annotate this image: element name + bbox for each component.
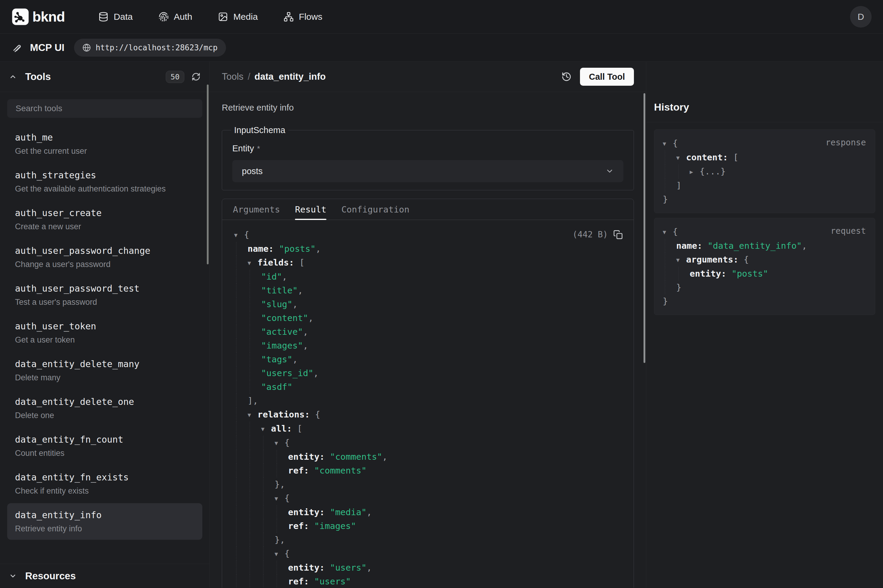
json-line: ▶{...} bbox=[663, 165, 867, 178]
history-json-tree: ▼{▼content: [▶{...}]} bbox=[663, 136, 867, 206]
history-title: History bbox=[646, 62, 883, 122]
mcp-header: MCP UI http://localhost:28623/mcp bbox=[0, 34, 883, 62]
tool-name: auth_strategies bbox=[15, 170, 195, 182]
json-toggle-icon[interactable]: ▼ bbox=[663, 136, 673, 150]
json-line: ▼arguments: { bbox=[663, 253, 867, 267]
json-line: }, bbox=[228, 533, 623, 547]
tool-description: Delete many bbox=[15, 372, 195, 383]
json-line: ▼content: [ bbox=[663, 150, 867, 165]
header-actions: Call Tool bbox=[561, 68, 634, 86]
tab-configuration[interactable]: Configuration bbox=[342, 199, 409, 220]
tool-summary: Retrieve entity info bbox=[222, 103, 634, 112]
refresh-icon[interactable] bbox=[192, 72, 201, 81]
tool-list: auth_meGet the current userauth_strategi… bbox=[7, 126, 202, 540]
database-icon bbox=[98, 12, 108, 22]
tool-name: auth_me bbox=[15, 132, 195, 144]
json-line: ▼{ bbox=[228, 491, 623, 505]
required-mark: * bbox=[257, 144, 260, 153]
nav-label: Flows bbox=[299, 12, 322, 22]
json-line: ▼{ bbox=[228, 228, 623, 242]
tool-list-item[interactable]: auth_meGet the current user bbox=[7, 126, 202, 162]
tool-list-item[interactable]: auth_user_password_testTest a user's pas… bbox=[7, 277, 202, 313]
content-layout: Tools 50 auth_meGet the current userauth… bbox=[0, 62, 883, 588]
history-panel: History response▼{▼content: [▶{...}]}req… bbox=[646, 62, 883, 588]
json-line: ▼{ bbox=[663, 225, 867, 239]
tool-list-item[interactable]: data_entity_fn_existsCheck if entity exi… bbox=[7, 465, 202, 502]
json-line: "images", bbox=[228, 339, 623, 352]
tool-description: Change a user's password bbox=[15, 259, 195, 269]
main-scrollbar[interactable] bbox=[643, 93, 645, 363]
json-toggle-icon[interactable]: ▼ bbox=[676, 253, 686, 267]
nav-label: Data bbox=[114, 12, 132, 22]
tool-list-item[interactable]: data_entity_infoRetrieve entity info bbox=[7, 503, 202, 540]
globe-icon bbox=[82, 44, 91, 52]
search-input[interactable] bbox=[7, 99, 202, 118]
nav-item-media[interactable]: Media bbox=[218, 12, 258, 22]
nav-item-data[interactable]: Data bbox=[98, 12, 132, 22]
sidebar-scrollbar[interactable] bbox=[207, 84, 208, 264]
tools-sidebar: Tools 50 auth_meGet the current userauth… bbox=[0, 62, 210, 588]
input-schema-legend: InputSchema bbox=[231, 125, 288, 135]
tab-arguments[interactable]: Arguments bbox=[233, 199, 280, 220]
resources-section-header[interactable]: Resources bbox=[0, 564, 210, 588]
json-toggle-icon[interactable]: ▼ bbox=[676, 151, 686, 165]
tool-name: data_entity_delete_many bbox=[15, 358, 195, 370]
history-icon[interactable] bbox=[561, 72, 571, 82]
tool-detail-header: Tools/data_entity_info Call Tool bbox=[210, 62, 646, 92]
tool-list-item[interactable]: auth_user_tokenGet a user token bbox=[7, 314, 202, 351]
breadcrumb-section[interactable]: Tools bbox=[222, 71, 243, 82]
tool-list-item[interactable]: data_entity_delete_manyDelete many bbox=[7, 352, 202, 389]
brand[interactable]: bknd bbox=[11, 8, 65, 26]
json-toggle-icon[interactable]: ▶ bbox=[690, 165, 700, 178]
breadcrumb: Tools/data_entity_info bbox=[222, 71, 326, 82]
tool-description: Test a user's password bbox=[15, 297, 195, 307]
tool-list-item[interactable]: data_entity_fn_countCount entities bbox=[7, 428, 202, 464]
tools-section-header[interactable]: Tools 50 bbox=[0, 62, 210, 92]
json-toggle-icon[interactable]: ▼ bbox=[274, 547, 285, 561]
mcp-logo-icon bbox=[12, 42, 23, 53]
history-entry-request[interactable]: request▼{name: "data_entity_info",▼argum… bbox=[654, 218, 875, 315]
tool-list-item[interactable]: auth_user_createCreate a new user bbox=[7, 201, 202, 238]
tool-list-item[interactable]: data_entity_delete_oneDelete one bbox=[7, 390, 202, 426]
tool-description: Get the current user bbox=[15, 146, 195, 156]
json-line: ▼relations: { bbox=[228, 408, 623, 422]
json-line: entity: "comments", bbox=[228, 450, 623, 464]
json-toggle-icon[interactable]: ▼ bbox=[663, 225, 673, 239]
json-toggle-icon[interactable]: ▼ bbox=[247, 408, 258, 422]
nav-item-auth[interactable]: Auth bbox=[159, 12, 192, 22]
json-toggle-icon[interactable]: ▼ bbox=[274, 492, 285, 505]
json-line: ], bbox=[228, 394, 623, 408]
json-toggle-icon[interactable]: ▼ bbox=[274, 436, 285, 450]
tab-result[interactable]: Result bbox=[295, 199, 327, 220]
json-toggle-icon[interactable]: ▼ bbox=[261, 422, 271, 436]
chevron-down-icon bbox=[9, 572, 17, 580]
call-tool-button[interactable]: Call Tool bbox=[580, 68, 634, 86]
tool-description: Get a user token bbox=[15, 335, 195, 345]
json-line: "content", bbox=[228, 311, 623, 325]
json-line: } bbox=[663, 294, 867, 308]
json-toggle-icon[interactable]: ▼ bbox=[247, 256, 258, 270]
nav-item-flows[interactable]: Flows bbox=[283, 12, 322, 22]
chevron-up-icon bbox=[9, 73, 17, 81]
tool-list-item[interactable]: auth_user_password_changeChange a user's… bbox=[7, 239, 202, 275]
json-line: ] bbox=[663, 178, 867, 192]
user-avatar[interactable]: D bbox=[850, 6, 872, 28]
json-line: ▼{ bbox=[228, 547, 623, 561]
breadcrumb-separator: / bbox=[247, 71, 250, 82]
tool-detail-body: Retrieve entity info InputSchema Entity*… bbox=[210, 92, 646, 588]
json-line: }, bbox=[228, 477, 623, 491]
history-entry-response[interactable]: response▼{▼content: [▶{...}]} bbox=[654, 129, 875, 213]
json-line: entity: "posts" bbox=[663, 267, 867, 280]
json-toggle-icon[interactable]: ▼ bbox=[234, 228, 244, 242]
tool-list-item[interactable]: auth_strategiesGet the available authent… bbox=[7, 164, 202, 200]
entity-select[interactable]: posts bbox=[232, 160, 624, 182]
mcp-url: http://localhost:28623/mcp bbox=[96, 43, 217, 52]
mcp-url-pill[interactable]: http://localhost:28623/mcp bbox=[74, 39, 226, 57]
json-line: } bbox=[663, 280, 867, 294]
json-line: ▼all: [ bbox=[228, 422, 623, 436]
tool-description: Count entities bbox=[15, 448, 195, 458]
main-nav: Data Auth Media Flows bbox=[98, 12, 322, 22]
page-title: MCP UI bbox=[30, 42, 64, 53]
history-json-tree: ▼{name: "data_entity_info",▼arguments: {… bbox=[663, 225, 867, 308]
tool-name: data_entity_delete_one bbox=[15, 396, 195, 408]
